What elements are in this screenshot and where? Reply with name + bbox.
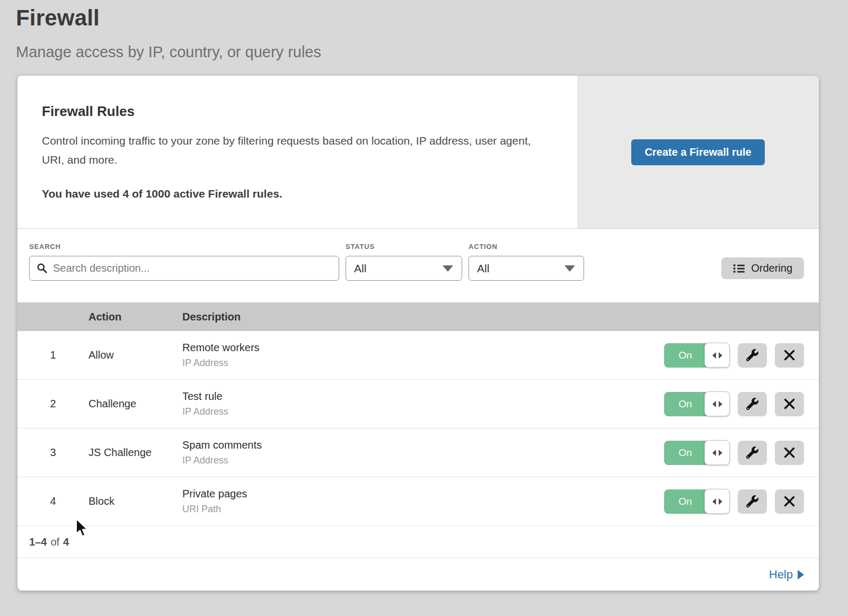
intro-section: Firewall Rules Control incoming traffic … [17, 76, 577, 228]
page-title: Firewall [16, 5, 848, 31]
search-label: SEARCH [29, 243, 339, 251]
page-header: Firewall Manage access by IP, country, o… [0, 0, 848, 61]
rule-action: Allow [89, 349, 182, 361]
rule-title: Private pages [182, 488, 664, 500]
action-filter-group: ACTION All [469, 243, 584, 281]
close-icon [784, 398, 795, 409]
pagination: 1–4 of 4 [17, 526, 819, 558]
toggle-knob[interactable] [704, 343, 730, 368]
page-subtitle: Manage access by IP, country, or query r… [16, 43, 848, 61]
table-header: Action Description [17, 302, 819, 331]
edit-rule-button[interactable] [738, 489, 767, 514]
card-top-section: Firewall Rules Control incoming traffic … [17, 76, 819, 229]
create-rule-panel: Create a Firewall rule [577, 76, 819, 228]
edit-rule-button[interactable] [738, 392, 767, 416]
table-row: 1 Allow Remote workers IP Address On [17, 331, 819, 380]
search-field-wrap [29, 256, 339, 281]
close-icon [784, 350, 795, 361]
arrow-left-icon [712, 498, 716, 505]
rule-enabled-toggle[interactable]: On [664, 391, 730, 416]
toggle-knob[interactable] [704, 391, 730, 416]
edit-rule-button[interactable] [738, 343, 767, 368]
rule-match-type: IP Address [182, 406, 664, 417]
ordering-list-icon [733, 264, 745, 273]
help-link-label: Help [769, 568, 793, 582]
ordering-button-label: Ordering [751, 262, 792, 274]
pagination-of: of [50, 536, 59, 548]
action-selected-value: All [477, 262, 489, 275]
ordering-button[interactable]: Ordering [721, 257, 804, 279]
arrow-right-icon [719, 450, 722, 456]
arrow-left-icon [712, 401, 716, 407]
delete-rule-button[interactable] [775, 392, 804, 416]
rule-controls: On [664, 440, 819, 465]
rule-title: Spam comments [182, 439, 664, 451]
filters-bar: SEARCH STATUS All ACTION All [17, 229, 819, 302]
rule-match-type: IP Address [182, 455, 664, 466]
column-header-description: Description [182, 311, 819, 323]
card-footer: Help [17, 558, 819, 591]
arrow-right-icon [719, 498, 722, 505]
rule-priority: 1 [17, 349, 89, 361]
toggle-on-label: On [664, 441, 706, 465]
toggle-on-label: On [664, 489, 706, 514]
rule-description: Spam comments IP Address [182, 439, 664, 466]
section-heading: Firewall Rules [42, 103, 545, 120]
toggle-knob[interactable] [704, 489, 730, 514]
rule-controls: On [664, 489, 819, 514]
rule-title: Test rule [182, 390, 664, 403]
rule-priority: 3 [17, 447, 89, 459]
rule-enabled-toggle[interactable]: On [664, 343, 730, 368]
delete-rule-button[interactable] [775, 489, 804, 514]
status-selected-value: All [354, 262, 366, 275]
rule-enabled-toggle[interactable]: On [664, 489, 730, 514]
delete-rule-button[interactable] [775, 441, 804, 465]
chevron-down-icon [564, 265, 575, 272]
chevron-down-icon [443, 265, 453, 272]
search-filter-group: SEARCH [29, 243, 339, 281]
search-icon [37, 263, 48, 274]
rule-description: Remote workers IP Address [182, 342, 664, 369]
wrench-icon [746, 398, 758, 410]
status-label: STATUS [346, 243, 462, 251]
rule-priority: 4 [17, 495, 89, 507]
toggle-knob[interactable] [704, 440, 730, 465]
rule-action: JS Challenge [89, 447, 182, 459]
action-select[interactable]: All [469, 256, 584, 281]
close-icon [784, 496, 795, 507]
rule-priority: 2 [17, 398, 89, 410]
pagination-total: 4 [63, 536, 69, 548]
firewall-rules-card: Firewall Rules Control incoming traffic … [17, 76, 819, 591]
toggle-on-label: On [664, 392, 706, 416]
rule-controls: On [664, 391, 819, 416]
create-firewall-rule-button[interactable]: Create a Firewall rule [631, 139, 764, 165]
wrench-icon [746, 349, 758, 361]
wrench-icon [746, 495, 758, 507]
rule-action: Block [89, 495, 182, 507]
arrow-right-icon [719, 401, 722, 407]
close-icon [784, 447, 795, 458]
rule-description: Test rule IP Address [182, 390, 664, 417]
rule-match-type: URI Path [182, 504, 664, 515]
delete-rule-button[interactable] [775, 343, 804, 368]
arrow-left-icon [712, 352, 716, 359]
rule-controls: On [664, 343, 819, 368]
rule-match-type: IP Address [182, 358, 664, 369]
usage-summary: You have used 4 of 1000 active Firewall … [42, 188, 545, 200]
help-link[interactable]: Help [769, 568, 804, 582]
status-filter-group: STATUS All [346, 243, 462, 281]
table-row: 2 Challenge Test rule IP Address On [17, 380, 819, 428]
rule-action: Challenge [89, 398, 182, 410]
pagination-range: 1–4 [29, 536, 47, 548]
toggle-on-label: On [664, 343, 706, 368]
wrench-icon [746, 447, 758, 459]
arrow-right-icon [719, 352, 722, 359]
rule-enabled-toggle[interactable]: On [664, 440, 730, 465]
rule-description: Private pages URI Path [182, 488, 664, 515]
arrow-right-icon [798, 570, 804, 579]
section-description: Control incoming traffic to your zone by… [42, 131, 545, 169]
search-input[interactable] [29, 256, 339, 281]
table-row: 4 Block Private pages URI Path On [17, 477, 819, 526]
status-select[interactable]: All [346, 256, 462, 281]
edit-rule-button[interactable] [738, 441, 767, 465]
